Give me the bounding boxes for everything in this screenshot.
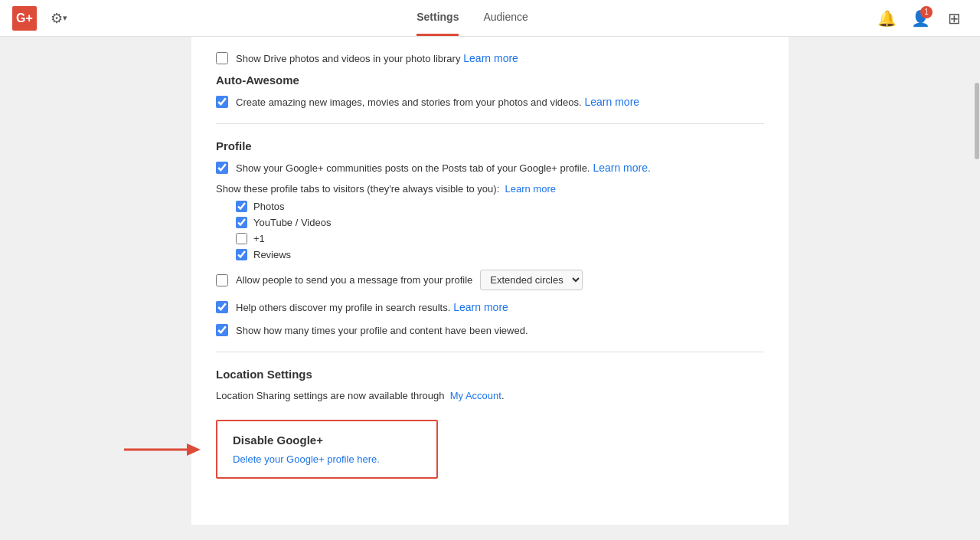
plusone-checkbox[interactable] bbox=[236, 233, 247, 244]
reviews-checkbox[interactable] bbox=[236, 249, 247, 260]
reviews-row: Reviews bbox=[236, 249, 764, 260]
tab-audience[interactable]: Audience bbox=[483, 0, 528, 36]
message-row: Allow people to send you a message from … bbox=[216, 270, 764, 290]
discover-row: Help others discover my profile in searc… bbox=[216, 301, 764, 313]
arrow-icon bbox=[124, 437, 201, 462]
nav-icons: 🔔 👤 1 ⊞ bbox=[873, 5, 968, 32]
plusone-label: +1 bbox=[253, 233, 265, 244]
bell-icon: 🔔 bbox=[877, 9, 897, 28]
content-panel: Show Drive photos and videos in your pho… bbox=[191, 37, 789, 525]
location-description: Location Sharing settings are now availa… bbox=[216, 390, 764, 401]
tab-settings[interactable]: Settings bbox=[416, 0, 459, 36]
message-label: Allow people to send you a message from … bbox=[236, 274, 472, 286]
photos-row: Photos bbox=[236, 201, 764, 212]
person-add-button[interactable]: 👤 1 bbox=[906, 5, 934, 32]
communities-label: Show your Google+ communities posts on t… bbox=[236, 162, 590, 174]
communities-row: Show your Google+ communities posts on t… bbox=[216, 162, 764, 174]
extended-circles-dropdown[interactable]: Anyone Extended circles Your circles Onl… bbox=[480, 270, 583, 290]
message-checkbox[interactable] bbox=[216, 274, 228, 286]
nav-tabs: Settings Audience bbox=[72, 0, 873, 36]
auto-awesome-learn-more-link[interactable]: Learn more bbox=[585, 96, 640, 108]
drive-checkbox[interactable] bbox=[216, 52, 228, 64]
svg-marker-1 bbox=[187, 443, 201, 456]
photos-label: Photos bbox=[253, 201, 284, 212]
disable-google-plus-box: Disable Google+ Delete your Google+ prof… bbox=[216, 420, 438, 479]
gear-button[interactable]: ⚙ ▾ bbox=[46, 7, 72, 30]
grid-icon: ⊞ bbox=[948, 9, 961, 28]
divider-2 bbox=[216, 352, 764, 352]
main-content: Show Drive photos and videos in your pho… bbox=[0, 37, 980, 525]
chevron-down-icon: ▾ bbox=[63, 13, 67, 23]
location-title: Location Settings bbox=[216, 368, 764, 381]
scrollbar[interactable] bbox=[974, 37, 980, 525]
drive-setting-row: Show Drive photos and videos in your pho… bbox=[216, 52, 764, 64]
plusone-row: +1 bbox=[236, 233, 764, 244]
views-checkbox[interactable] bbox=[216, 324, 228, 336]
top-nav: G+ ⚙ ▾ Settings Audience 🔔 👤 1 ⊞ bbox=[0, 0, 980, 37]
reviews-label: Reviews bbox=[253, 249, 291, 260]
views-row: Show how many times your profile and con… bbox=[216, 324, 764, 336]
youtube-checkbox[interactable] bbox=[236, 217, 247, 228]
communities-learn-more-link[interactable]: Learn more. bbox=[593, 162, 650, 174]
discover-label: Help others discover my profile in searc… bbox=[236, 302, 450, 313]
profile-tabs-checkboxes: Photos YouTube / Videos +1 Reviews bbox=[236, 201, 764, 260]
scrollbar-thumb[interactable] bbox=[975, 83, 979, 159]
notifications-button[interactable]: 🔔 bbox=[873, 5, 900, 32]
divider-1 bbox=[216, 123, 764, 124]
views-label: Show how many times your profile and con… bbox=[236, 325, 528, 336]
gplus-logo[interactable]: G+ bbox=[12, 6, 37, 31]
discover-learn-more-link[interactable]: Learn more bbox=[453, 301, 508, 313]
notification-badge: 1 bbox=[920, 6, 933, 18]
auto-awesome-row: Create amazing new images, movies and st… bbox=[216, 96, 764, 108]
disable-section: Disable Google+ Delete your Google+ prof… bbox=[216, 420, 764, 479]
delete-profile-link[interactable]: Delete your Google+ profile here. bbox=[233, 453, 380, 465]
youtube-label: YouTube / Videos bbox=[253, 217, 331, 228]
my-account-link[interactable]: My Account bbox=[450, 390, 501, 401]
communities-checkbox[interactable] bbox=[216, 162, 228, 174]
auto-awesome-title: Auto-Awesome bbox=[216, 74, 764, 87]
drive-label: Show Drive photos and videos in your pho… bbox=[236, 53, 460, 64]
tabs-learn-more-link[interactable]: Learn more bbox=[505, 183, 556, 195]
auto-awesome-label: Create amazing new images, movies and st… bbox=[236, 97, 582, 108]
auto-awesome-checkbox[interactable] bbox=[216, 96, 228, 108]
photos-checkbox[interactable] bbox=[236, 201, 247, 212]
profile-title: Profile bbox=[216, 139, 764, 152]
discover-checkbox[interactable] bbox=[216, 301, 228, 313]
tabs-description: Show these profile tabs to visitors (the… bbox=[216, 183, 764, 195]
drive-learn-more-link[interactable]: Learn more bbox=[463, 52, 518, 64]
grid-button[interactable]: ⊞ bbox=[940, 5, 968, 32]
disable-title: Disable Google+ bbox=[233, 434, 421, 447]
gear-icon: ⚙ bbox=[51, 10, 63, 27]
arrow-container bbox=[124, 437, 201, 462]
youtube-row: YouTube / Videos bbox=[236, 217, 764, 228]
